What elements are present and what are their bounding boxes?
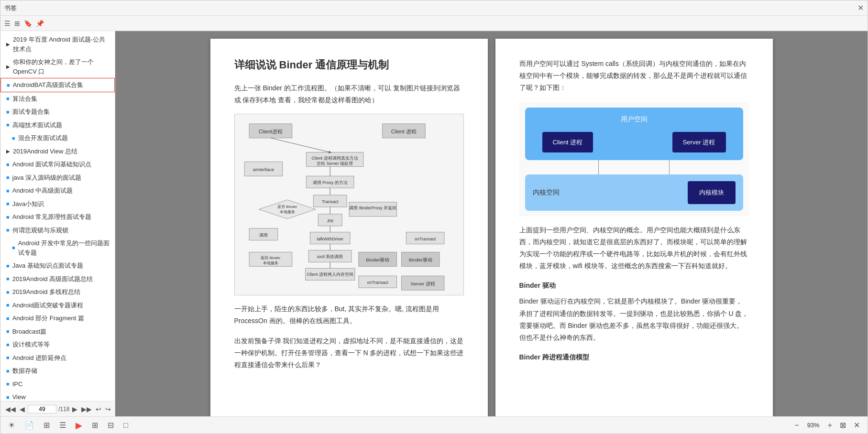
sidebar-item-26[interactable]: ■ View — [0, 391, 115, 401]
forward-nav-icon[interactable]: ↪ — [104, 405, 112, 413]
square-icon-7: ■ — [12, 134, 15, 142]
left-page-body: 先上一张 Binder 的工作流程图。（如果不清晰，可以 复制图片链接到浏览器 … — [234, 82, 464, 371]
sidebar-item-4[interactable]: ■ 算法合集 — [0, 92, 115, 106]
sidebar-item-9[interactable]: ■ Android 面试常问基础知识点 — [0, 158, 115, 171]
back-nav-icon[interactable]: ↩ — [95, 405, 102, 413]
pdf-double-page: 详细说说 Binder 通信原理与机制 先上一张 Binder 的工作流程图。（… — [210, 39, 773, 416]
bottom-icon-a1[interactable]: ⊞ — [90, 420, 100, 431]
zoom-level: 93% — [805, 422, 822, 429]
bottom-icon-a2[interactable]: ⊟ — [106, 420, 116, 431]
sidebar-item-25[interactable]: ■ IPC — [0, 378, 115, 391]
left-para-2: 一开始上手，陌生的东西比较多，But, 其实并不复杂。嗯, 流程图是用 Proc… — [234, 303, 464, 327]
toolbar: ☰ ⊞ 🔖 📌 — [0, 16, 868, 31]
toolbar-icon-4[interactable]: 📌 — [36, 20, 44, 27]
triangle-icon-2: ▶ — [6, 63, 10, 70]
next-page-button[interactable]: ▶ — [71, 405, 78, 413]
sidebar-item-14[interactable]: ■ 何谓悲观锁与乐观锁 — [0, 224, 115, 237]
sidebar-item-8[interactable]: ▶ 2019Android View 总结 — [0, 145, 115, 158]
bottom-icon-list[interactable]: ☰ — [57, 420, 68, 431]
sidebar-label-broadcast-suffix: 篇 — [40, 327, 46, 336]
play-button[interactable]: ▶ — [74, 419, 84, 432]
square-icon-broadcast: ■ — [6, 327, 10, 336]
page-navigation: ◀◀ ◀ 49 /118 ▶ ▶▶ ↩ ↪ — [4, 405, 112, 413]
sidebar-label-16: Java 基础知识点面试专题 — [12, 261, 83, 271]
process-boxes-row: Client 进程 Server 进程 — [533, 132, 736, 152]
sidebar-item-15[interactable]: ■ Android 开发中常见的一些问题面试专题 — [0, 237, 115, 259]
zoom-out-button[interactable]: − — [792, 420, 801, 431]
square-icon-3: ■ — [7, 81, 10, 89]
sidebar-item-16[interactable]: ■ Java 基础知识点面试专题 — [0, 259, 115, 272]
bottom-icon-a3[interactable]: □ — [121, 420, 130, 431]
sidebar-item-5[interactable]: ■ 面试专题合集 — [0, 105, 115, 119]
svg-text:Client 进程: Client 进程 — [391, 129, 416, 134]
sidebar-item-2[interactable]: ▶ 你和你的女神之间，差了一个 OpenCV 口 — [0, 55, 115, 78]
svg-text:ioctl 系统调用: ioctl 系统调用 — [317, 255, 343, 260]
toolbar-icon-2[interactable]: ⊞ — [14, 20, 20, 27]
close-right-button[interactable]: ✕ — [852, 420, 862, 431]
pdf-left-page: 详细说说 Binder 通信原理与机制 先上一张 Binder 的工作流程图。（… — [210, 39, 488, 416]
connector-area — [525, 160, 743, 174]
right-connector — [669, 160, 670, 174]
sidebar-label-5: 面试专题合集 — [12, 107, 50, 117]
sidebar-item-11[interactable]: ■ Android 中高级面试题 — [0, 184, 115, 197]
sidebar-label-17: 2019Android 高级面试题总结 — [12, 274, 93, 284]
sidebar-item-7[interactable]: ■ 混合开发面试试题 — [0, 131, 115, 145]
square-icon-10: ■ — [6, 174, 10, 182]
triangle-icon-8: ▶ — [6, 148, 10, 155]
fit-page-button[interactable]: ⊠ — [838, 420, 848, 431]
client-process-box: Client 进程 — [542, 132, 593, 152]
svg-text:本地服务: 本地服务 — [263, 261, 278, 266]
square-icon-22: ■ — [6, 341, 10, 349]
bottom-icon-grid[interactable]: ⊞ — [42, 420, 52, 431]
page-number-input[interactable]: 49 — [28, 405, 56, 413]
sidebar-label-20: Android 部分 Fragment 篇 — [12, 314, 84, 323]
sidebar-item-10[interactable]: ■ java 深入源码级的面试题 — [0, 171, 115, 184]
svg-text:调用: 调用 — [259, 233, 267, 238]
first-page-button[interactable]: ◀◀ — [4, 405, 17, 413]
sidebar-item-18[interactable]: ■ 2019Android 多线程总结 — [0, 285, 115, 299]
sidebar-item-13[interactable]: ■ Android 常见原理性面试专题 — [0, 210, 115, 224]
sidebar-label-8: 2019Android View 总结 — [13, 147, 77, 156]
sidebar-label-14: 何谓悲观锁与乐观锁 — [12, 226, 68, 235]
sidebar-label-22: 设计模式等等 — [12, 340, 50, 349]
square-icon-25: ■ — [6, 380, 10, 388]
last-page-button[interactable]: ▶▶ — [80, 405, 93, 413]
sidebar-label-4: 算法合集 — [12, 94, 37, 104]
square-icon-18: ■ — [6, 288, 10, 296]
toolbar-icon-1[interactable]: ☰ — [4, 20, 11, 27]
svg-text:Server 进程: Server 进程 — [410, 281, 435, 286]
sidebar-item-24[interactable]: ■ 数据存储 — [0, 364, 115, 378]
kernel-module-box: 内核模块 — [688, 181, 736, 204]
sidebar-item-6[interactable]: ■ 高端技术面试试题 — [0, 119, 115, 132]
bottom-icon-doc[interactable]: 📄 — [22, 420, 36, 431]
square-icon-14: ■ — [6, 226, 10, 234]
sidebar-item-3[interactable]: ■ AndroidBAT高级面试合集 — [0, 78, 115, 92]
svg-text:Client 进程调用真实方法: Client 进程调用真实方法 — [311, 156, 358, 161]
close-button[interactable]: ✕ — [857, 3, 864, 12]
sidebar-item-23[interactable]: ■ Android 进阶延伸点 — [0, 351, 115, 365]
kernel-space-label: 内核空间 — [533, 186, 560, 198]
sidebar-label-11: Android 中高级面试题 — [12, 186, 73, 195]
svg-text:交给 Server 端处理: 交给 Server 端处理 — [317, 162, 353, 166]
sidebar-label-10: java 深入源码级的面试题 — [12, 173, 81, 183]
toolbar-icon-3[interactable]: 🔖 — [24, 20, 32, 27]
square-icon-20: ■ — [6, 315, 10, 323]
sidebar: ▶ 2019 年百度 Android 面试题-公共技术点 ▶ 你和你的女神之间，… — [0, 31, 115, 416]
sidebar-item-broadcast[interactable]: ■ Broadcast 篇 — [0, 325, 115, 338]
svg-text:返回 Binder: 返回 Binder — [261, 256, 281, 260]
prev-page-button[interactable]: ◀ — [19, 405, 26, 413]
sidebar-item-17[interactable]: ■ 2019Android 高级面试题总结 — [0, 272, 115, 286]
sidebar-item-19[interactable]: ■ Android面试突破专题课程 — [0, 299, 115, 312]
bottom-icon-sun[interactable]: ☀ — [6, 420, 17, 431]
binder-diagram: Client进程 Client 进程 aInterface — [234, 114, 464, 295]
page-title: 详细说说 Binder 通信原理与机制 — [234, 58, 464, 73]
zoom-in-button[interactable]: + — [826, 420, 834, 431]
sidebar-item-12[interactable]: ■ Java小知识 — [0, 197, 115, 211]
square-icon-4: ■ — [6, 95, 10, 103]
square-icon-16: ■ — [6, 262, 10, 270]
sidebar-item-1[interactable]: ▶ 2019 年百度 Android 面试题-公共技术点 — [0, 33, 115, 55]
right-page-body: 而用户空间可以通过 System calls（系统回调）与内核空间通信的，如果在… — [519, 58, 749, 363]
right-para-1: 而用户空间可以通过 System calls（系统回调）与内核空间通信的，如果在… — [519, 58, 749, 94]
sidebar-item-22[interactable]: ■ 设计模式等等 — [0, 338, 115, 351]
sidebar-item-20[interactable]: ■ Android 部分 Fragment 篇 — [0, 312, 115, 325]
